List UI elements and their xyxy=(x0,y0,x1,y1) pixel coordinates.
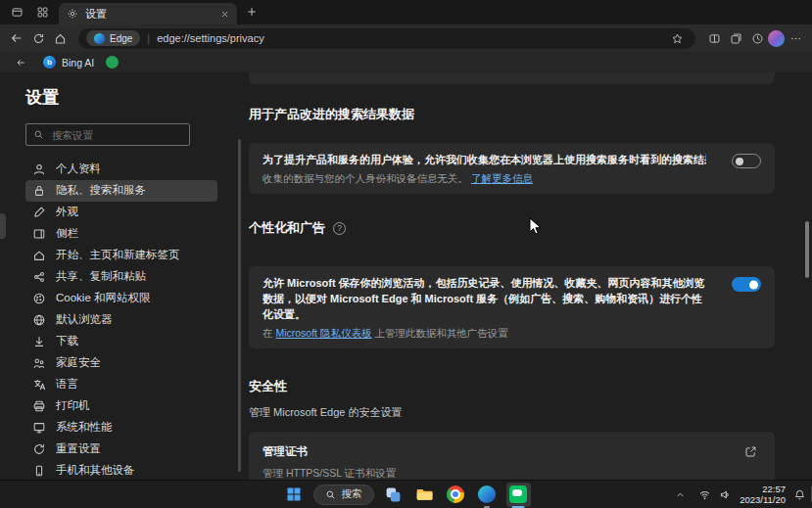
sidebar-item[interactable]: 系统和性能 xyxy=(25,417,217,439)
sidebar-icon xyxy=(32,227,46,241)
cookie-icon xyxy=(32,292,46,305)
personalization-subtext-suffix: 上管理此数据和其他广告设置 xyxy=(371,327,507,339)
profile-avatar[interactable] xyxy=(768,30,785,47)
taskbar-search-icon xyxy=(325,489,336,500)
settings-page: 设置 个人资料隐私、搜索和服务外观侧栏开始、主页和新建标签页共享、复制和粘贴Co… xyxy=(0,72,812,480)
search-data-text: 为了提升产品和服务的用户体验，允许我们收集您在本浏览器上使用搜索服务时看到的搜索… xyxy=(263,152,706,167)
taskbar-search-label: 搜索 xyxy=(342,487,362,501)
browser-tab-settings[interactable]: 设置 xyxy=(59,3,237,24)
bookmark-bing-ai[interactable]: b Bing AI xyxy=(43,56,94,69)
sidebar-item[interactable]: 外观 xyxy=(25,202,217,223)
help-icon[interactable]: ? xyxy=(333,222,346,235)
settings-nav: 个人资料隐私、搜索和服务外观侧栏开始、主页和新建标签页共享、复制和粘贴Cooki… xyxy=(25,159,217,480)
sidebar-item[interactable]: 下载 xyxy=(25,331,217,352)
sidebar-item-label: 系统和性能 xyxy=(56,420,113,435)
section-heading-personalization: 个性化和广告 ? xyxy=(249,219,775,237)
site-info-badge[interactable]: Edge xyxy=(86,30,140,46)
sidebar-item[interactable]: 手机和其他设备 xyxy=(25,460,217,480)
start-button[interactable] xyxy=(282,483,307,507)
sidebar-item-label: 共享、复制和粘贴 xyxy=(56,269,146,284)
bookmark-label: Bing AI xyxy=(62,57,94,69)
search-data-toggle[interactable] xyxy=(732,154,761,168)
sidebar-item[interactable]: 家庭安全 xyxy=(25,352,217,374)
sidebar-item-label: 隐私、搜索和服务 xyxy=(56,183,146,198)
volume-icon[interactable] xyxy=(719,488,732,501)
green-site-favicon xyxy=(106,56,119,69)
person-icon xyxy=(32,162,46,176)
learn-more-link[interactable]: 了解更多信息 xyxy=(471,172,533,184)
sidebar-item[interactable]: Cookie 和网站权限 xyxy=(25,288,217,309)
taskbar-app-file-explorer[interactable] xyxy=(412,483,437,507)
taskbar-clock[interactable]: 22:57 2023/11/20 xyxy=(740,484,786,505)
wifi-icon[interactable] xyxy=(698,488,711,501)
history-icon[interactable] xyxy=(746,27,768,49)
notification-bell-icon[interactable] xyxy=(793,488,806,501)
phone-icon xyxy=(32,464,46,478)
taskbar-app-edge[interactable] xyxy=(475,483,500,507)
tab-strip: 设置 xyxy=(0,0,812,24)
reset-icon xyxy=(32,442,46,456)
sidebar-item[interactable]: 语言 xyxy=(25,374,217,395)
manage-certificates-title: 管理证书 xyxy=(263,444,730,459)
more-menu-icon[interactable] xyxy=(785,27,806,49)
personalization-heading-text: 个性化和广告 xyxy=(249,219,325,237)
new-tab-icon[interactable] xyxy=(241,1,263,23)
sidebar-item[interactable]: 开始、主页和新建标签页 xyxy=(25,245,217,266)
language-icon xyxy=(32,378,46,392)
taskbar-app-wechat[interactable] xyxy=(506,483,531,507)
printer-icon xyxy=(32,399,46,413)
url-text: edge://settings/privacy xyxy=(157,32,666,44)
bookmark-green-site[interactable] xyxy=(106,56,119,69)
manage-certificates-row[interactable]: 管理证书 管理 HTTPS/SSL 证书和设置 xyxy=(263,432,761,480)
sidebar-item[interactable]: 共享、复制和粘贴 xyxy=(25,266,217,288)
search-icon xyxy=(33,129,44,140)
appearance-icon xyxy=(32,206,46,219)
taskbar-search[interactable]: 搜索 xyxy=(313,485,374,505)
previous-card-edge xyxy=(249,72,775,84)
taskbar-app-task-view[interactable] xyxy=(381,483,406,507)
sidebar-item[interactable]: 打印机 xyxy=(25,395,217,417)
sidebar-item[interactable]: 个人资料 xyxy=(25,159,217,180)
refresh-icon[interactable] xyxy=(27,27,49,49)
workspaces-icon[interactable] xyxy=(31,2,53,23)
performance-icon xyxy=(32,421,46,435)
split-screen-icon[interactable] xyxy=(703,27,725,49)
tab-close-icon[interactable] xyxy=(220,10,229,19)
tab-actions-icon[interactable] xyxy=(6,2,27,23)
settings-sidebar: 设置 个人资料隐私、搜索和服务外观侧栏开始、主页和新建标签页共享、复制和粘贴Co… xyxy=(0,72,227,480)
settings-search-input[interactable] xyxy=(50,128,167,142)
taskbar-app-chrome[interactable] xyxy=(444,483,468,507)
security-subtitle: 管理 Microsoft Edge 的安全设置 xyxy=(249,405,775,420)
tab-title: 设置 xyxy=(85,7,214,22)
privacy-dashboard-link[interactable]: Microsoft 隐私仪表板 xyxy=(275,327,371,339)
home-icon[interactable] xyxy=(49,27,71,49)
tray-chevron-up-icon[interactable] xyxy=(669,484,691,505)
edge-logo-icon xyxy=(94,33,105,44)
bookmarks-bar: b Bing AI xyxy=(0,52,812,72)
settings-search-box[interactable] xyxy=(25,123,190,146)
sidebar-item[interactable]: 默认浏览器 xyxy=(25,309,217,331)
settings-gear-icon xyxy=(67,8,78,20)
personalization-text: 允许 Microsoft 保存你的浏览活动，包括历史记录、使用情况、收藏夹、网页… xyxy=(263,275,706,322)
sidebar-item-label: 打印机 xyxy=(56,398,90,413)
sidebar-item[interactable]: 重置设置 xyxy=(25,439,217,460)
sidebar-item-label: 手机和其他设备 xyxy=(56,463,135,478)
settings-content: 用于产品改进的搜索结果数据 为了提升产品和服务的用户体验，允许我们收集您在本浏览… xyxy=(227,72,812,480)
favorite-star-icon[interactable] xyxy=(666,27,688,49)
download-icon xyxy=(32,335,46,348)
sidebar-item[interactable]: 侧栏 xyxy=(25,223,217,245)
collections-icon[interactable] xyxy=(725,27,746,49)
system-tray: 22:57 2023/11/20 xyxy=(669,481,806,508)
personalization-toggle[interactable] xyxy=(732,277,761,292)
site-badge-label: Edge xyxy=(110,33,132,44)
back-icon[interactable] xyxy=(6,27,27,49)
address-bar[interactable]: Edge | edge://settings/privacy xyxy=(78,28,695,49)
search-data-subtext: 收集的数据与您的个人身份和设备信息无关。 xyxy=(263,172,468,184)
external-link-icon[interactable] xyxy=(740,440,761,462)
sidebar-item[interactable]: 隐私、搜索和服务 xyxy=(25,180,217,202)
personalization-card: 允许 Microsoft 保存你的浏览活动，包括历史记录、使用情况、收藏夹、网页… xyxy=(249,266,775,348)
chevron-left-icon[interactable] xyxy=(10,52,31,73)
clock-time: 22:57 xyxy=(740,484,786,494)
sidebar-item-label: 个人资料 xyxy=(56,162,101,176)
page-scrollbar[interactable] xyxy=(805,221,809,278)
